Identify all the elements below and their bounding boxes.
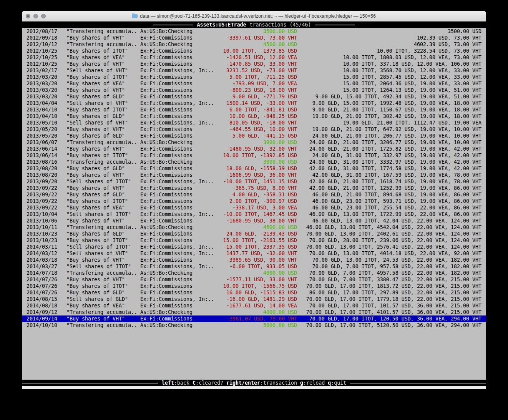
transaction-row[interactable]: 2013/10/11 "Transfering accumula.. As:US… (22, 224, 486, 231)
transaction-other-accounts: Ex:Fi:Commissions (140, 172, 214, 178)
transaction-row[interactable]: 2014/07/26 "Buy shares of VHT" Ex:Fi:Com… (22, 276, 486, 283)
transaction-row[interactable]: 2014/03/27 "Sell shares of ITOT" Ex:Fi:C… (22, 263, 486, 270)
transaction-description: "Buy shares of ITOT" (66, 237, 140, 244)
transaction-other-accounts: Ex:Fi:Commissions (140, 61, 214, 67)
transaction-row[interactable]: 2014/09/12 "Transfering accumula.. As:US… (22, 309, 486, 315)
transaction-running-balance: 24.00 GLD, 31.00 ITOT, 3332.97 USD, 19.0… (297, 159, 481, 165)
transaction-row[interactable]: 2013/03/20 "Buy shares of GLD" Ex:Fi:Com… (22, 93, 486, 100)
minimize-button[interactable] (33, 14, 38, 18)
transaction-change-amount: -15.00 ITOT, 2337.35 USD (214, 244, 297, 250)
transaction-running-balance: 70.00 GLD, 17.00 ITOT, 1779.18 USD, 22.0… (297, 296, 481, 302)
transaction-date: 2013/09/22 (27, 204, 57, 211)
transaction-description: "Buy shares of VHT" (66, 61, 140, 67)
transaction-running-balance: 19.00 GLD, 21.00 ITOT, 647.92 USD, 19.00… (297, 126, 481, 133)
transaction-date: 2014/10/10 (27, 322, 57, 329)
transaction-row[interactable]: 2013/03/20 "Buy shares of ITOT" Ex:Fi:Co… (22, 74, 486, 80)
register-account-name: Assets:US:ETrade (197, 22, 246, 28)
register-header-info: transactions (45/46) (249, 22, 311, 28)
transaction-other-accounts: Ex:Fi:Commissions (140, 217, 214, 224)
transaction-row[interactable]: 2013/10/23 "Buy shares of GLD" Ex:Fi:Com… (22, 231, 486, 237)
transaction-row[interactable]: 2013/04/10 "Buy shares of GLD" Ex:Fi:Com… (22, 113, 486, 120)
transaction-row[interactable]: 2013/04/10 "Buy shares of ITOT" Ex:Fi:Co… (22, 106, 486, 113)
transaction-running-balance: 3500.00 USD (297, 28, 481, 35)
header-rule-right (315, 25, 355, 25)
transaction-change-amount: 5.00 GLD, -441.15 USD (214, 133, 297, 139)
transaction-row[interactable]: 2013/02/17 "Sell shares of VHT" Ex:Fi:Co… (22, 67, 486, 74)
transaction-row[interactable]: 2013/05/20 "Buy shares of VHT" Ex:Fi:Com… (22, 126, 486, 133)
transaction-row[interactable]: 2013/08/20 "Buy shares of GLD" Ex:Fi:Com… (22, 165, 486, 172)
transaction-date: 2014/08/15 (27, 296, 57, 302)
transaction-other-accounts: Ex:Fi:Commissions, In:.. (140, 211, 214, 217)
transaction-row[interactable]: 2014/03/11 "Sell shares of ITOT" Ex:Fi:C… (22, 244, 486, 250)
transaction-row[interactable]: 2013/08/20 "Buy shares of VHT" Ex:Fi:Com… (22, 172, 486, 178)
transaction-running-balance: 70.00 GLD, 17.00 ITOT, 120.50 USD, 36.00… (297, 315, 481, 322)
transaction-running-balance: 42.00 GLD, 21.00 ITOT, 1618.74 USD, 19.0… (297, 178, 481, 185)
transaction-row[interactable]: 2013/09/22 "Buy shares of VEA" Ex:Fi:Com… (22, 204, 486, 211)
transaction-row[interactable]: 2014/10/10 "Transfering accumula.. As:US… (22, 322, 486, 329)
transaction-row[interactable]: 2013/06/14 "Buy shares of VHT" Ex:Fi:Com… (22, 146, 486, 152)
transaction-row[interactable]: 2013/09/22 "Buy shares of GLD" Ex:Fi:Com… (22, 191, 486, 198)
transaction-running-balance: 70.00 GLD, 13.00 ITOT, 2402.61 USD, 22.0… (297, 231, 481, 237)
transaction-other-accounts: Ex:Fi:Commissions (140, 198, 214, 204)
transaction-change-amount: 6.00 ITOT, -841.81 USD (214, 106, 297, 113)
transaction-running-balance: 9.00 GLD, 15.00 ITOT, 1992.48 USD, 19.00… (297, 100, 481, 106)
transaction-row[interactable]: 2013/08/16 "Transfering accumula.. As:US… (22, 159, 486, 165)
transaction-other-accounts: Ex:Fi:Commissions (140, 302, 214, 309)
transaction-row[interactable]: 2014/07/26 "Buy shares of GLD" Ex:Fi:Com… (22, 289, 486, 296)
transaction-row[interactable]: 2014/03/12 "Sell shares of VHT" Ex:Fi:Co… (22, 250, 486, 257)
transaction-date: 2014/03/18 (27, 257, 57, 263)
transaction-date: 2013/08/16 (27, 159, 57, 165)
transaction-running-balance: 46.00 GLD, 21.00 ITOT, 894.68 USD, 19.00… (297, 191, 481, 198)
transaction-row[interactable]: 2013/09/20 "Sell shares of ITOT" Ex:Fi:C… (22, 178, 486, 185)
transaction-row[interactable]: 2013/09/22 "Buy shares of ITOT" Ex:Fi:Co… (22, 198, 486, 204)
transaction-row[interactable]: 2014/07/18 "Transfering accumula.. As:US… (22, 270, 486, 276)
transaction-row[interactable]: 2013/10/04 "Sell shares of ITOT" Ex:Fi:C… (22, 211, 486, 217)
transaction-date: 2014/03/11 (27, 244, 57, 250)
transaction-date: 2013/06/14 (27, 152, 57, 159)
transaction-running-balance: 70.00 GLD, 28.00 ITOT, 239.06 USD, 22.00… (297, 237, 481, 244)
transaction-row[interactable]: 2014/08/15 "Sell shares of GLD" Ex:Fi:Co… (22, 296, 486, 302)
close-button[interactable] (26, 14, 30, 18)
transaction-other-accounts: As:US:Bo:Checking (140, 139, 214, 146)
transaction-date: 2013/08/20 (27, 165, 57, 172)
transaction-date: 2013/10/23 (27, 237, 57, 244)
transaction-row[interactable]: 2012/10/25 "Buy shares of ITOT" Ex:Fi:Co… (22, 48, 486, 54)
transaction-other-accounts: Ex:Fi:Commissions (140, 231, 214, 237)
transaction-row[interactable]: 2013/06/14 "Buy shares of ITOT" Ex:Fi:Co… (22, 152, 486, 159)
transaction-row[interactable]: 2012/10/12 "Transfering accumula.. As:US… (22, 41, 486, 48)
transaction-change-amount: 2.00 ITOT, -300.97 USD (214, 198, 297, 204)
transaction-row[interactable]: 2012/10/25 "Buy shares of VHT" Ex:Fi:Com… (22, 61, 486, 67)
transaction-other-accounts: Ex:Fi:Commissions (140, 289, 214, 296)
transaction-other-accounts: Ex:Fi:Commissions, In:.. (140, 67, 214, 74)
transaction-date: 2013/05/20 (27, 133, 57, 139)
transaction-row[interactable]: 2013/03/20 "Buy shares of VHT" Ex:Fi:Com… (22, 87, 486, 93)
transaction-description: "Buy shares of VEA" (66, 204, 140, 211)
window-titlebar[interactable]: data — simon@pool-71-165-239-133.lsanca.… (22, 11, 486, 22)
transaction-row[interactable]: 2013/09/22 "Buy shares of VHT" Ex:Fi:Com… (22, 185, 486, 191)
transaction-row[interactable]: 2012/08/17 "Transfering accumula.. As:US… (22, 28, 486, 35)
transaction-date: 2013/10/11 (27, 224, 57, 231)
transaction-row[interactable]: 2013/05/20 "Buy shares of GLD" Ex:Fi:Com… (22, 133, 486, 139)
transaction-row[interactable]: 2013/03/20 "Buy shares of VEA" Ex:Fi:Com… (22, 80, 486, 87)
transaction-change-amount: -10.00 ITOT, 1451.15 USD (214, 178, 297, 185)
transaction-description: "Buy shares of VHT" (66, 126, 140, 133)
transaction-description: "Buy shares of GLD" (66, 165, 140, 172)
transaction-row[interactable]: 2013/05/10 "Sell shares of VHT" Ex:Fi:Co… (22, 120, 486, 126)
transaction-row[interactable]: 2013/04/04 "Sell shares of VHT" Ex:Fi:Co… (22, 100, 486, 106)
transaction-row[interactable]: 2013/10/06 "Buy shares of VHT" Ex:Fi:Com… (22, 217, 486, 224)
transaction-description: "Buy shares of VEA" (66, 80, 140, 87)
key-hints-bar: left:back C:cleared? right/enter:transac… (22, 380, 486, 386)
transaction-row[interactable]: 2014/09/14 "Buy shares of VHT" Ex:Fi:Com… (22, 315, 486, 322)
transaction-row[interactable]: 2012/10/25 "Buy shares of VEA" Ex:Fi:Com… (22, 54, 486, 61)
transaction-row[interactable]: 2013/10/23 "Buy shares of ITOT" Ex:Fi:Co… (22, 237, 486, 244)
transaction-row[interactable]: 2012/09/18 "Buy shares of VHT" Ex:Fi:Com… (22, 35, 486, 41)
transaction-row[interactable]: 2014/07/26 "Buy shares of ITOT" Ex:Fi:Co… (22, 283, 486, 289)
transaction-row[interactable]: 2014/03/18 "Buy shares of VHT" Ex:Fi:Com… (22, 257, 486, 263)
transaction-description: "Buy shares of ITOT" (66, 198, 140, 204)
transaction-row[interactable]: 2013/06/07 "Transfering accumula.. As:US… (22, 139, 486, 146)
transaction-date: 2014/07/26 (27, 289, 57, 296)
transaction-row[interactable]: 2014/08/18 "Buy shares of VEA" Ex:Fi:Com… (22, 302, 486, 309)
transaction-change-amount: 18.00 GLD, -1558.39 USD (214, 165, 297, 172)
transaction-description: "Buy shares of VHT" (66, 315, 140, 322)
zoom-button[interactable] (41, 14, 46, 18)
